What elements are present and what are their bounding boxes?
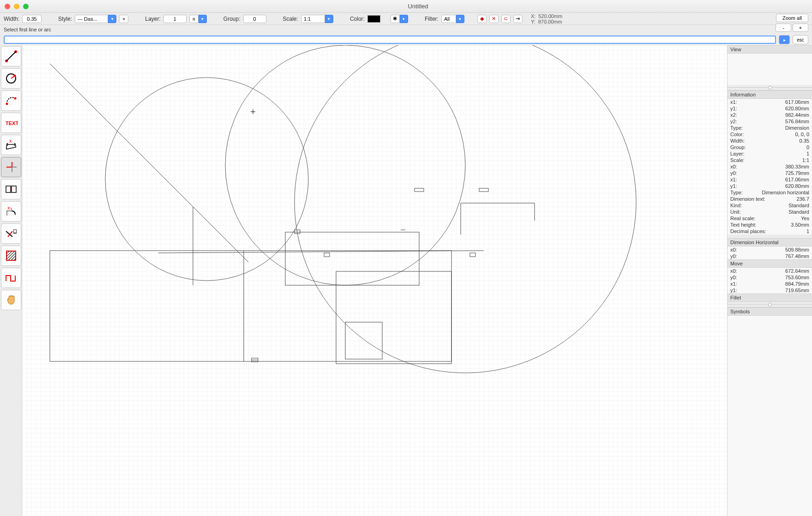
snap-toggle-3[interactable]: ⊂ (501, 15, 511, 23)
info-key: x2: (730, 112, 737, 118)
fillet-slider[interactable] (728, 302, 812, 307)
view-header[interactable]: View (728, 45, 812, 54)
scale-value: 1:1 (301, 15, 325, 23)
info-key: y1: (730, 288, 737, 293)
submit-button[interactable]: ▸ (779, 35, 790, 44)
style-clear-button[interactable]: × (119, 15, 128, 23)
snap-toggle-2[interactable]: ✕ (489, 15, 499, 23)
window-controls (5, 4, 29, 9)
zoom-out-button[interactable]: - (776, 24, 791, 32)
move-header[interactable]: Move (728, 259, 812, 268)
info-value: 767.48mm (785, 253, 809, 259)
svg-point-7 (14, 97, 17, 100)
info-row: x2:982.44mm (728, 112, 812, 118)
chevron-down-icon[interactable]: ▾ (456, 15, 464, 23)
info-key: y0: (730, 275, 737, 280)
svg-line-44 (50, 64, 248, 262)
group-input[interactable] (243, 15, 266, 23)
info-key: x1: (730, 177, 737, 182)
pan-tool[interactable] (1, 290, 21, 310)
drawing-canvas[interactable] (22, 45, 727, 516)
info-key: y0: (730, 253, 737, 259)
width-input[interactable] (22, 15, 42, 23)
dimension-horizontal-header[interactable]: Dimension Horizontal (728, 238, 812, 246)
info-key: Decimal places: (730, 228, 766, 234)
fillet-header[interactable]: Fillet (728, 294, 812, 302)
command-row: ▸ esc (0, 34, 812, 45)
command-input[interactable] (4, 36, 776, 44)
snap-toggle-1[interactable]: ◆ (477, 15, 487, 23)
filter-select[interactable]: All ▾ (441, 15, 464, 23)
info-row: y0:767.48mm (728, 253, 812, 259)
info-key: Dimension text: (730, 196, 765, 202)
info-value: 576.84mm (785, 119, 809, 124)
info-row: Group:0 (728, 144, 812, 150)
chevron-down-icon[interactable]: ▾ (198, 15, 207, 23)
zoom-all-button[interactable]: Zoom all (776, 14, 808, 22)
info-value: Dimension horizontal (762, 190, 809, 195)
fillet-tool[interactable]: x₁ (1, 201, 21, 222)
esc-button[interactable]: esc (793, 35, 808, 44)
list-icon[interactable]: ≡ (189, 15, 198, 23)
style-select[interactable]: --- Das... ▾ (75, 15, 116, 23)
snap-toggle-4[interactable]: ⇥ (513, 15, 523, 23)
info-row: Kind:Standard (728, 202, 812, 209)
info-key: y1: (730, 106, 737, 111)
hatch-tool[interactable] (1, 246, 21, 266)
circle-tool[interactable] (1, 68, 21, 89)
info-key: Type: (730, 190, 743, 195)
close-window-button[interactable] (5, 4, 10, 9)
group-label: Group: (223, 16, 241, 22)
info-row: x1:617.06mm (728, 99, 812, 105)
color-swatch[interactable] (367, 15, 380, 23)
layer-input[interactable] (163, 15, 186, 23)
minimize-window-button[interactable] (14, 4, 19, 9)
info-key: y0: (730, 170, 737, 176)
gear-icon[interactable]: ✱ (391, 15, 400, 23)
corner-tool[interactable] (1, 157, 21, 177)
zoom-controls: Zoom all - + (776, 14, 808, 32)
zoom-in-button[interactable]: + (793, 24, 808, 32)
symbols-body (728, 316, 812, 516)
info-value: 0.35 (800, 138, 809, 144)
text-tool[interactable]: TEXT (1, 113, 21, 133)
info-row: x0:380.33mm (728, 163, 812, 170)
info-key: Real scale: (730, 216, 755, 221)
info-row: Type:Dimension horizontal (728, 189, 812, 196)
layer-options[interactable]: ≡ ▾ (189, 15, 207, 23)
info-key: x0: (730, 268, 737, 274)
canvas-drawing (22, 45, 727, 516)
move-tool[interactable] (1, 179, 21, 199)
move-body: x0:672.64mmy0:753.60mmx1:884.79mmy1:719.… (728, 268, 812, 294)
info-key: x1: (730, 281, 737, 287)
information-header[interactable]: Information (728, 90, 812, 99)
y-label: Y: (531, 19, 535, 24)
info-value: 1 (806, 151, 809, 156)
info-key: x0: (730, 247, 737, 252)
info-row: Unit:Standard (728, 209, 812, 215)
svg-rect-26 (50, 251, 451, 361)
info-value: 380.33mm (785, 164, 809, 169)
chevron-down-icon[interactable]: ▾ (108, 15, 116, 23)
scale-select[interactable]: 1:1 ▾ (301, 15, 333, 23)
info-row: Width:0.35 (728, 138, 812, 144)
polyline-tool[interactable] (1, 268, 21, 288)
trim-tool[interactable] (1, 223, 21, 244)
information-body: x1:617.06mmy1:620.80mmx2:982.44mmy2:576.… (728, 99, 812, 234)
line-tool[interactable] (1, 46, 21, 66)
chevron-down-icon[interactable]: ▾ (400, 15, 408, 23)
zoom-window-button[interactable] (23, 4, 29, 9)
info-key: x1: (730, 99, 737, 105)
symbols-header[interactable]: Symbols (728, 307, 812, 316)
width-label: Width: (4, 16, 19, 22)
settings-menu[interactable]: ✱ ▾ (391, 15, 408, 23)
y-value: 870.00mm (538, 19, 562, 24)
style-value: --- Das... (75, 15, 108, 23)
arc-tool[interactable] (1, 90, 21, 111)
info-key: Width: (730, 138, 745, 144)
info-row: x0:509.88mm (728, 246, 812, 253)
view-slider[interactable] (728, 85, 812, 90)
info-value: Dimension (785, 125, 809, 131)
dimension-tool[interactable]: x (1, 135, 21, 155)
chevron-down-icon[interactable]: ▾ (325, 15, 333, 23)
